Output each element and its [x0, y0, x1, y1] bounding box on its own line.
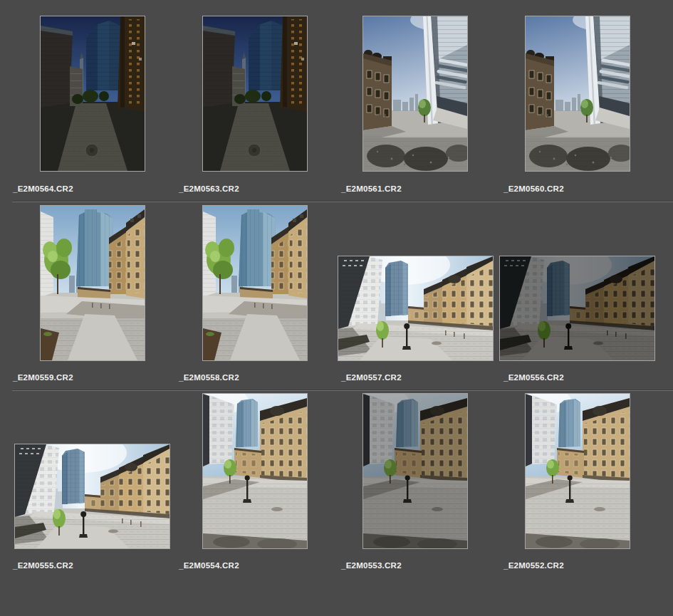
filename-e2m0561[interactable]: _E2M0561.CR2 — [341, 184, 402, 194]
thumbnail-e2m0560[interactable] — [525, 16, 630, 172]
thumbnail-grid: _E2M0564.CR2 _E2M0563.CR2 _E2M0561.CR2 _… — [0, 0, 673, 616]
filename-e2m0564[interactable]: _E2M0564.CR2 — [13, 184, 73, 194]
row-separator-2 — [12, 390, 673, 391]
thumbnail-e2m0559[interactable] — [40, 205, 145, 361]
filename-e2m0560[interactable]: _E2M0560.CR2 — [504, 184, 564, 194]
photo-e2m0554 — [203, 394, 307, 548]
filename-e2m0557[interactable]: _E2M0557.CR2 — [341, 373, 402, 382]
thumbnail-e2m0552[interactable] — [525, 393, 630, 549]
photo-e2m0553 — [363, 394, 467, 548]
filename-e2m0555[interactable]: _E2M0555.CR2 — [13, 561, 73, 570]
filename-e2m0556[interactable]: _E2M0556.CR2 — [504, 373, 564, 382]
filename-e2m0563[interactable]: _E2M0563.CR2 — [179, 184, 239, 194]
thumbnail-e2m0558[interactable] — [202, 205, 308, 361]
thumbnail-e2m0555[interactable] — [14, 444, 170, 549]
photo-e2m0559 — [41, 206, 145, 360]
photo-e2m0564 — [41, 16, 145, 171]
filename-e2m0558[interactable]: _E2M0558.CR2 — [179, 373, 239, 382]
thumbnail-e2m0564[interactable] — [40, 16, 145, 172]
row-separator-1 — [12, 202, 673, 202]
photo-e2m0560 — [526, 16, 630, 171]
photo-e2m0558 — [203, 206, 307, 360]
filename-e2m0559[interactable]: _E2M0559.CR2 — [13, 373, 73, 382]
filename-e2m0552[interactable]: _E2M0552.CR2 — [504, 561, 564, 570]
photo-e2m0552 — [526, 394, 630, 548]
thumbnail-e2m0563[interactable] — [202, 16, 308, 172]
photo-e2m0561 — [363, 16, 467, 171]
photo-e2m0563 — [203, 16, 307, 171]
photo-e2m0557 — [338, 256, 493, 360]
thumbnail-e2m0553[interactable] — [362, 393, 468, 549]
filename-e2m0553[interactable]: _E2M0553.CR2 — [341, 561, 402, 570]
filename-e2m0554[interactable]: _E2M0554.CR2 — [179, 561, 239, 570]
thumbnail-e2m0556[interactable] — [499, 256, 655, 361]
thumbnail-e2m0557[interactable] — [338, 256, 494, 361]
photo-e2m0556 — [500, 256, 654, 360]
photo-e2m0555 — [15, 444, 169, 548]
thumbnail-e2m0554[interactable] — [202, 393, 308, 549]
thumbnail-e2m0561[interactable] — [362, 16, 468, 172]
